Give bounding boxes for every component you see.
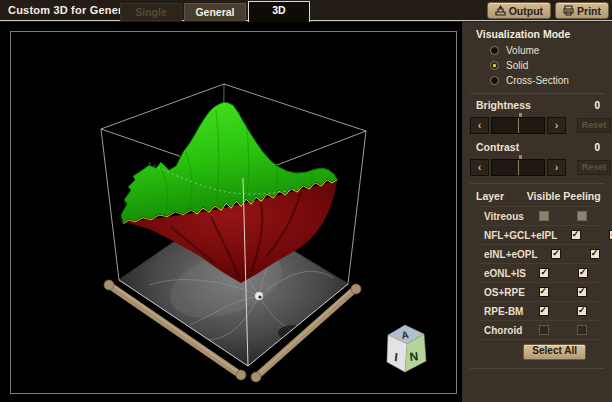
radio-volume-dot[interactable] (490, 46, 499, 55)
cube-face-nasal: N (409, 349, 419, 364)
einl-peeling-checkbox[interactable] (590, 249, 600, 259)
contrast-increase-button[interactable]: › (547, 159, 566, 176)
eonl-peeling-checkbox[interactable] (578, 268, 588, 278)
rpe-bm-visible-checkbox[interactable] (539, 306, 549, 316)
output-button[interactable]: Output (487, 2, 551, 19)
orientation-cube[interactable]: A I N (387, 325, 426, 372)
visualization-mode-title: Visualization Mode (462, 22, 612, 43)
layer-table: Vitreous NFL+GCL+eIPL eINL+eOPL eONL+IS (462, 207, 612, 340)
3d-viewport[interactable]: A I N (10, 31, 457, 394)
contrast-thumb[interactable] (518, 160, 519, 175)
print-button[interactable]: Print (555, 2, 609, 19)
title-bar: Custom 3D for General Single General 3D … (0, 0, 612, 22)
radio-solid-dot[interactable] (490, 61, 499, 70)
einl-visible-checkbox[interactable] (551, 249, 561, 259)
os-rpe-peeling-checkbox[interactable] (577, 287, 587, 297)
radio-cross-section-dot[interactable] (490, 76, 499, 85)
vitreous-peeling-checkbox (577, 211, 587, 221)
brightness-label: Brightness (476, 99, 531, 111)
contrast-label: Contrast (476, 141, 519, 153)
contrast-slider: ‹ › Reset (462, 159, 612, 178)
settings-panel: Visualization Mode Volume Solid Cross-Se… (462, 22, 612, 402)
layer-row-rpe-bm: RPE-BM (462, 302, 612, 320)
select-all-button[interactable]: Select All (523, 344, 586, 360)
layer-row-vitreous: Vitreous (462, 207, 612, 225)
contrast-value: 0 (594, 142, 600, 153)
rpe-bm-peeling-checkbox[interactable] (577, 306, 587, 316)
brightness-decrease-button[interactable]: ‹ (470, 117, 489, 134)
brightness-track[interactable] (491, 117, 545, 134)
layer-row-os-rpe: OS+RPE (462, 283, 612, 301)
vitreous-visible-checkbox (539, 211, 549, 221)
brightness-value: 0 (594, 100, 600, 111)
contrast-track[interactable] (491, 159, 545, 176)
radio-cross-section[interactable]: Cross-Section (462, 73, 612, 88)
nfl-visible-checkbox[interactable] (571, 230, 581, 240)
radio-volume[interactable]: Volume (462, 43, 612, 58)
brightness-reset-button[interactable]: Reset (577, 118, 611, 133)
3d-scene: A I N (11, 32, 456, 393)
eonl-visible-checkbox[interactable] (539, 268, 549, 278)
choroid-visible-checkbox[interactable] (539, 325, 549, 335)
header-buttons: Output Print (487, 2, 609, 19)
layer-row-einl-eopl: eINL+eOPL (462, 245, 612, 263)
brightness-increase-button[interactable]: › (547, 117, 566, 134)
layer-row-nfl-gcl-eipl: NFL+GCL+eIPL (462, 226, 612, 244)
tab-3d[interactable]: 3D (248, 1, 310, 22)
brightness-thumb[interactable] (518, 118, 519, 133)
printer-icon (563, 5, 574, 16)
tab-single: Single (120, 3, 182, 21)
output-icon (495, 5, 506, 16)
layer-row-eonl-is: eONL+IS (462, 264, 612, 282)
brightness-slider: ‹ › Reset (462, 117, 612, 136)
page-title: Custom 3D for General (8, 4, 132, 16)
divider (470, 368, 604, 369)
radio-solid[interactable]: Solid (462, 58, 612, 73)
contrast-decrease-button[interactable]: ‹ (470, 159, 489, 176)
layer-table-header: Layer Visible Peeling (462, 184, 612, 206)
os-rpe-visible-checkbox[interactable] (539, 287, 549, 297)
contrast-reset-button[interactable]: Reset (577, 160, 611, 175)
application-window: Custom 3D for General Single General 3D … (0, 0, 612, 402)
tab-general[interactable]: General (184, 3, 246, 21)
layer-row-choroid: Choroid (462, 321, 612, 339)
choroid-peeling-checkbox[interactable] (577, 325, 587, 335)
